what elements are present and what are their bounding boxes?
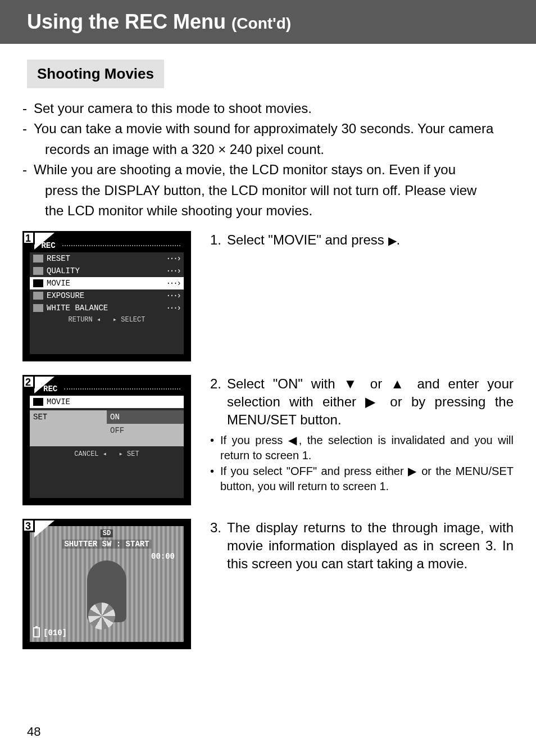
step-3-number: 3. xyxy=(210,519,227,572)
intro-line-3c: the LCD monitor while shooting your movi… xyxy=(34,202,514,220)
screen2-foot-right: SET xyxy=(127,450,139,458)
step-2-bullet-2: If you select "OFF" and press either ▶ o… xyxy=(220,464,514,494)
screen3-time: 00:00 xyxy=(151,552,175,561)
step-3-text: 3. The display returns to the through im… xyxy=(210,519,514,572)
page-number: 48 xyxy=(27,725,40,739)
screenshot-3: 3 SD SHUTTER SW : START 00:00 [010] xyxy=(22,519,191,649)
step-2-row: 2 REC MOVIE SETON OFF CANCEL ◂ ▸ SET 2. … xyxy=(22,375,514,505)
screenshot-1: 1 ▴REC RESET···› QUALITY···› MOVIE···› E… xyxy=(22,231,191,361)
screen2-movie: MOVIE xyxy=(47,397,70,406)
intro-line-3a: While you are shooting a movie, the LCD … xyxy=(34,161,514,179)
screen1-foot-left: RETURN xyxy=(69,316,93,324)
screen1-foot-right: SELECT xyxy=(121,316,145,324)
movie-icon xyxy=(33,279,43,287)
step-3-line: The display returns to the through image… xyxy=(227,519,514,572)
header-main: Using the REC Menu xyxy=(27,10,231,33)
screen1-item-1: QUALITY xyxy=(47,266,80,275)
screenshot-2-number: 2 xyxy=(22,375,35,388)
arrow-right-icon: ···› xyxy=(166,304,180,313)
screen3-sd: SD xyxy=(101,529,113,537)
step-2-number: 2. xyxy=(210,375,227,428)
white-balance-icon xyxy=(33,304,43,312)
arrow-right-icon: ···› xyxy=(166,266,180,275)
step-2-text: 2. Select "ON" with ▼ or ▲ and enter you… xyxy=(210,375,514,494)
screen2-off: OFF xyxy=(107,424,184,437)
screenshot-1-number: 1 xyxy=(22,231,35,245)
intro-line-2a: You can take a movie with sound for appr… xyxy=(34,120,514,138)
intro-line-1: Set your camera to this mode to shoot mo… xyxy=(34,99,514,117)
screen1-item-3: EXPOSURE xyxy=(47,291,84,300)
intro-block: -Set your camera to this mode to shoot m… xyxy=(22,99,514,220)
screenshot-2: 2 REC MOVIE SETON OFF CANCEL ◂ ▸ SET xyxy=(22,375,191,505)
page-header: Using the REC Menu (Cont'd) xyxy=(0,0,536,44)
section-title: Shooting Movies xyxy=(27,60,164,88)
arrow-right-icon: ···› xyxy=(166,291,180,300)
movie-icon xyxy=(33,398,43,406)
screen1-item-0: RESET xyxy=(47,254,70,263)
step-1-number: 1. xyxy=(210,231,227,249)
battery-icon xyxy=(33,627,40,637)
intro-line-3b: press the DISPLAY button, the LCD monito… xyxy=(34,182,514,200)
screen1-item-4: WHITE BALANCE xyxy=(47,304,108,313)
screen1-item-2: MOVIE xyxy=(47,279,70,288)
screen2-on: ON xyxy=(107,410,184,424)
header-sub: (Cont'd) xyxy=(231,15,291,32)
step-1-row: 1 ▴REC RESET···› QUALITY···› MOVIE···› E… xyxy=(22,231,514,361)
arrow-right-icon: ···› xyxy=(166,254,180,263)
arrow-right-icon: ···› xyxy=(166,279,180,288)
intro-line-2b: records an image with a 320 × 240 pixel … xyxy=(34,141,514,159)
exposure-icon xyxy=(33,292,43,300)
step-3-row: 3 SD SHUTTER SW : START 00:00 [010] 3. T… xyxy=(22,519,514,649)
step-2-bullet-1: If you press ◀, the selection is invalid… xyxy=(220,433,514,463)
screen3-shutter: SHUTTER SW : START xyxy=(62,540,151,549)
step-1-text: 1. Select "MOVIE" and press . xyxy=(210,231,514,249)
screen2-foot-left: CANCEL xyxy=(74,450,98,458)
screen2-set: SET xyxy=(30,410,107,424)
triangle-right-icon xyxy=(388,232,397,247)
step-1-b: . xyxy=(397,232,401,247)
screenshot-3-number: 3 xyxy=(22,519,35,532)
step-2-line: Select "ON" with ▼ or ▲ and enter your s… xyxy=(227,375,514,428)
step-1-a: Select "MOVIE" and press xyxy=(227,232,388,247)
quality-icon xyxy=(33,267,43,275)
screen3-count: [010] xyxy=(43,628,67,637)
reset-icon xyxy=(33,255,43,262)
